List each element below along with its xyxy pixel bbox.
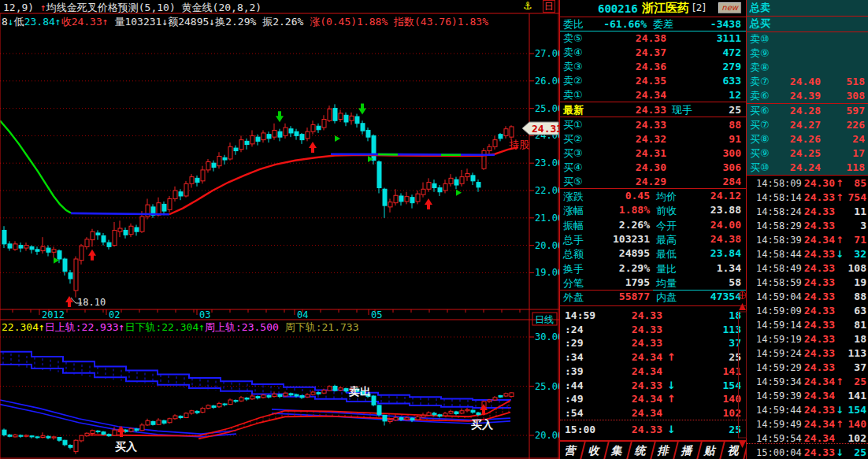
order-book-row[interactable]: 卖⑩ [747,32,868,46]
candle-body [245,398,249,400]
order-book-row[interactable]: 买⑩ 24.24 118 [747,161,868,175]
level-volume: 88 [729,118,741,132]
order-book-row[interactable]: 买⑧ 24.26 24 [747,132,868,146]
time-sales-row: 14:59:39 24.34 141 [747,389,868,403]
level-label: 买① [563,118,583,132]
hdr2-part: 低 [14,16,24,28]
subhdr-part: 周下轨:21.733 [279,321,359,333]
order-book-row[interactable]: 买② 24.32 91 [560,132,746,146]
level-label: 总买 [750,17,770,31]
weibi-label: 委比 [563,17,584,31]
level-volume: 279 [723,60,741,74]
order-book-row[interactable]: 卖⑥ 24.39 308 [747,89,868,103]
hdr2-part: 24.33 [72,16,102,28]
tick-row: :24 24.33 113 [560,323,746,337]
scroll-up-icon [739,303,746,310]
level-label: 卖⑤ [563,31,583,46]
time-sales-row: 14:59:19 24.33 18 [747,332,868,346]
level-volume: 597 [847,104,865,118]
candle-body [477,183,480,187]
order-book-row[interactable]: 买④ 24.30 306 [560,161,746,175]
order-book-row[interactable]: 买⑤ 24.29 284 [560,175,746,189]
subhdr-part: 日上轨:22.933 [45,321,119,333]
new-badge[interactable]: new [718,2,741,13]
candle-body [168,198,172,209]
order-book-row[interactable]: 卖⑧ [747,61,868,75]
ma-green [0,120,71,213]
order-book-row[interactable]: 卖④ 24.37 472 [560,46,746,60]
order-book-row[interactable]: 卖⑤ 24.38 3111 [560,31,746,46]
period-day-icon[interactable]: 日 [543,0,555,13]
candle-body [504,129,508,136]
tick-row: :34 24.34 ↑ 25 [560,350,746,365]
level-label: 买⑤ [563,175,583,189]
candle-body [212,406,216,408]
time-sales-row: 14:58:09 24.30 ↑ 85 [747,176,868,191]
order-book-row[interactable]: 卖⑦ 24.40 518 [747,75,868,89]
candle-body [443,413,447,416]
level-label: 卖① [563,88,583,102]
latest-label: 最新 [563,102,584,117]
order-book-row[interactable]: 卖① 24.34 12 [560,88,746,102]
stock-name[interactable]: 浙江医药 [642,1,689,16]
candle-body [46,248,50,252]
day-band-top [0,400,236,434]
anchor-icon[interactable]: ⚓ [523,0,532,12]
order-book-row[interactable]: 总卖 [747,1,868,15]
candle-body [344,115,348,122]
level-volume: 24 [852,132,865,146]
level-price: 24.34 [607,88,666,102]
candle-body [499,395,503,397]
subhdr-part: ↑ [198,321,205,333]
time-sales-row: 14:59:09 24.33 63 [747,304,868,318]
candle-body [306,131,310,139]
candle-body [234,148,238,150]
candle-body [460,411,464,413]
order-book-row[interactable]: 买⑥ 24.28 597 [747,104,868,118]
level-price: 24.26 [775,132,821,146]
candle-body [372,135,376,160]
scroll-down-icon [739,441,746,448]
scrollbar[interactable] [738,290,747,459]
order-book-row[interactable]: 买⑨ 24.25 17 [747,146,868,161]
signal-arrow [335,135,340,142]
level-label: 总卖 [750,1,770,15]
candle-body [179,416,183,418]
candle-body [295,131,299,135]
tick-row: :39 24.34 141 [560,365,746,379]
candle-body [466,173,469,176]
time-sales-row: 14:58:59 24.33 19 [747,276,868,290]
order-book-row[interactable]: 卖② 24.35 633 [560,74,746,88]
level-volume: 306 [723,161,741,175]
time-sales-row: 14:58:49 24.33 108 [747,261,868,276]
stock-header: 600216 浙江医药 [2] new [560,0,746,17]
order-book-row[interactable]: 买① 24.33 88 [560,118,746,132]
buy-signal-arrow [88,250,96,261]
order-book-row[interactable]: 买③ 24.31 300 [560,146,746,161]
kline-charts[interactable]: 18.10持股27.0026.0025.0024.0023.0022.0021.… [0,0,559,459]
candle-body [217,157,221,166]
order-book-row[interactable]: 卖⑨ [747,46,868,61]
candle-body [74,440,78,451]
level-price: 24.25 [775,146,821,161]
order-book-row[interactable]: 总买 [747,17,868,31]
y-axis-label: 19.00 [535,267,559,278]
time-sales-row: 14:59:49 24.34 ↑ 140 [747,417,868,431]
candle-body [140,217,144,231]
candle-body [273,130,276,137]
level-label: 买⑦ [750,118,770,132]
order-book-row[interactable]: 卖③ 24.36 279 [560,60,746,74]
candle-body [344,389,348,391]
marquee-text: 持股 [509,139,529,150]
candle-body [322,120,326,128]
candle-body [162,420,166,423]
candle-body [107,435,111,436]
low-label: 18.10 [77,297,106,308]
candle-body [102,235,106,242]
candle-body [2,230,6,243]
order-book-row[interactable]: 买⑦ 24.27 226 [747,118,868,132]
level2-panel: 总卖 总买 卖⑩ 卖⑨ 卖⑧ 卖⑦ 24.40 518卖⑥ 24.39 308买… [746,0,868,459]
candle-body [284,393,287,396]
trade-signal-label: 买入 [471,418,494,431]
candle-body [91,231,95,239]
